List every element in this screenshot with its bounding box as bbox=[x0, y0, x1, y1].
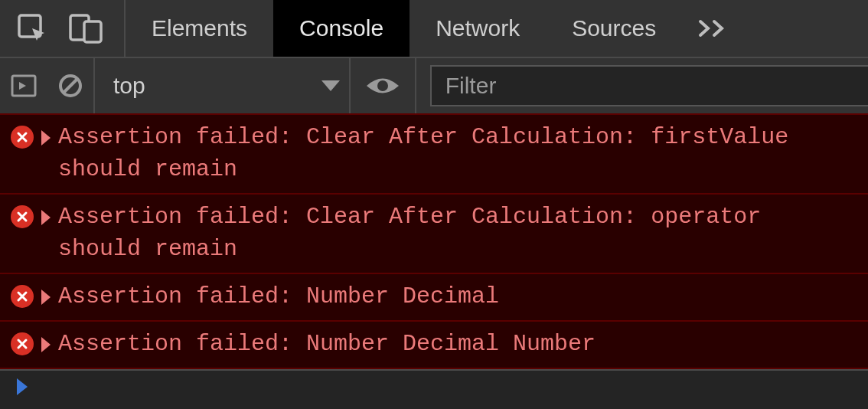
console-error-row[interactable]: Assertion failed: Clear After Calculatio… bbox=[0, 113, 868, 195]
live-expressions-button[interactable] bbox=[351, 58, 416, 113]
filter-container bbox=[416, 65, 868, 106]
tabs-overflow-button[interactable] bbox=[682, 0, 754, 57]
svg-line-5 bbox=[64, 79, 77, 93]
error-icon bbox=[11, 285, 34, 308]
tab-label: Sources bbox=[572, 15, 656, 41]
dropdown-triangle-icon bbox=[321, 80, 340, 91]
devtools-tab-bar: Elements Console Network Sources bbox=[0, 0, 868, 58]
console-prompt[interactable] bbox=[0, 369, 868, 403]
disclosure-triangle-icon[interactable] bbox=[41, 290, 51, 305]
devtools-tab-icons bbox=[0, 0, 126, 57]
console-sidebar-toggle[interactable] bbox=[0, 58, 47, 113]
prompt-chevron-icon bbox=[17, 378, 28, 395]
inspect-element-icon[interactable] bbox=[17, 13, 47, 44]
disclosure-triangle-icon[interactable] bbox=[41, 130, 51, 146]
console-error-row[interactable]: Assertion failed: Number Decimal bbox=[0, 273, 868, 322]
tab-elements[interactable]: Elements bbox=[126, 0, 273, 57]
clear-icon bbox=[57, 73, 83, 99]
console-toolbar: top bbox=[0, 58, 868, 115]
sidebar-toggle-icon bbox=[11, 73, 37, 99]
error-icon bbox=[11, 205, 34, 228]
log-message: Assertion failed: Clear After Calculatio… bbox=[58, 121, 857, 185]
tab-label: Network bbox=[436, 15, 520, 41]
device-toggle-icon[interactable] bbox=[69, 13, 103, 44]
console-error-row[interactable]: Assertion failed: Number Decimal Number bbox=[0, 320, 868, 369]
chevron-double-right-icon bbox=[697, 19, 731, 38]
console-log-list: Assertion failed: Clear After Calculatio… bbox=[0, 113, 868, 369]
error-icon bbox=[11, 332, 34, 355]
disclosure-triangle-icon[interactable] bbox=[41, 337, 51, 352]
console-error-row[interactable]: Assertion failed: Clear After Calculatio… bbox=[0, 193, 868, 274]
tab-sources[interactable]: Sources bbox=[546, 0, 682, 57]
log-message: Assertion failed: Clear After Calculatio… bbox=[58, 201, 857, 265]
log-message: Assertion failed: Number Decimal bbox=[58, 280, 507, 312]
log-message: Assertion failed: Number Decimal Number bbox=[58, 328, 603, 360]
svg-point-6 bbox=[377, 80, 388, 91]
disclosure-triangle-icon[interactable] bbox=[41, 210, 51, 225]
eye-icon bbox=[365, 74, 400, 97]
svg-rect-2 bbox=[84, 21, 101, 42]
console-filter-input[interactable] bbox=[430, 65, 868, 106]
execution-context-label: top bbox=[113, 73, 145, 99]
tab-console[interactable]: Console bbox=[273, 0, 410, 57]
clear-console-button[interactable] bbox=[47, 58, 95, 113]
tab-network[interactable]: Network bbox=[410, 0, 546, 57]
tab-label: Elements bbox=[152, 15, 247, 41]
execution-context-selector[interactable]: top bbox=[98, 58, 351, 113]
tab-label: Console bbox=[299, 15, 383, 41]
error-icon bbox=[11, 126, 34, 149]
